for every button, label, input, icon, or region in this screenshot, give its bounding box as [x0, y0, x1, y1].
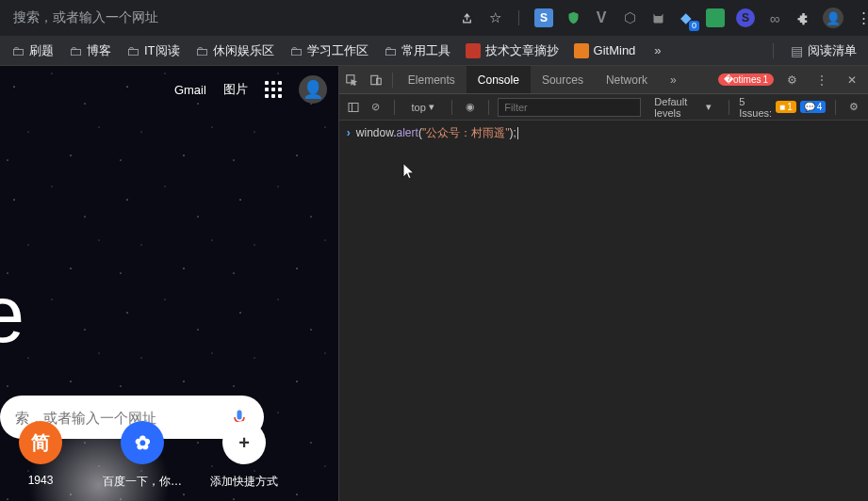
- bookmark-item[interactable]: 🗀学习工作区: [284, 40, 374, 62]
- extensions-icon[interactable]: [794, 9, 811, 26]
- more-tabs[interactable]: »: [659, 66, 688, 93]
- folder-icon: 🗀: [289, 43, 303, 58]
- context-selector[interactable]: top ▾: [403, 99, 441, 115]
- inspect-icon[interactable]: [339, 66, 364, 93]
- shortcut-tile[interactable]: +添加快捷方式: [204, 421, 285, 490]
- bookmark-item[interactable]: 🗀博客: [63, 40, 117, 62]
- folder-icon: 🗀: [126, 43, 139, 58]
- shortcut-icon: ✿: [121, 421, 164, 464]
- shortcut-icon: +: [222, 421, 266, 464]
- levels-selector[interactable]: Default levels ▾: [647, 94, 719, 121]
- address-bar[interactable]: 搜索，或者输入一个网址: [6, 6, 456, 30]
- filter-input[interactable]: [498, 98, 641, 117]
- bookmarks-overflow[interactable]: »: [648, 40, 666, 60]
- bookmark-item[interactable]: 🗀刷题: [6, 40, 59, 62]
- svg-rect-3: [349, 103, 358, 111]
- vue-icon[interactable]: V: [593, 9, 610, 26]
- bookmark-star-icon[interactable]: ☆: [486, 9, 503, 26]
- shortcut-icon: 简: [19, 421, 62, 464]
- shortcut-tile[interactable]: 简1943: [0, 421, 81, 490]
- cat-icon[interactable]: [649, 9, 666, 26]
- images-link[interactable]: 图片: [223, 81, 248, 98]
- shortcut-label: 1943: [28, 474, 54, 487]
- console-input-line[interactable]: › window.alert("公众号：村雨遥");: [339, 124, 868, 142]
- devtools-panel: ElementsConsoleSourcesNetwork » �otimes …: [338, 66, 868, 501]
- device-icon[interactable]: [364, 66, 388, 93]
- ext-icon-green[interactable]: [706, 8, 725, 27]
- bookmark-item[interactable]: GitMind: [568, 40, 642, 62]
- bookmarks-bar: 🗀刷题🗀博客🗀IT阅读🗀休闲娱乐区🗀学习工作区🗀常用工具技术文章摘抄GitMin…: [0, 36, 868, 66]
- toolbar-icons: ☆ S V ⬡ ◆0 S ∞ 👤 ⋮: [458, 8, 868, 28]
- shortcut-label: 百度一下，你…: [103, 474, 182, 490]
- prompt-icon: ›: [347, 126, 351, 139]
- favicon: [466, 43, 481, 58]
- live-expression-icon[interactable]: ◉: [462, 98, 479, 117]
- bookmark-item[interactable]: 🗀休闲娱乐区: [189, 40, 280, 62]
- favicon: [574, 43, 589, 58]
- console-settings-icon[interactable]: ⚙: [845, 98, 862, 117]
- sidebar-toggle-icon[interactable]: [345, 98, 362, 117]
- shortcut-label: 添加快捷方式: [210, 474, 278, 490]
- devtools-settings-icon[interactable]: ⚙: [779, 73, 804, 87]
- browser-menu-icon[interactable]: ⋮: [855, 9, 868, 26]
- error-badge[interactable]: �otimes 1: [718, 73, 774, 86]
- devtools-tab-network[interactable]: Network: [595, 66, 659, 93]
- devtools-menu-icon[interactable]: ⋮: [810, 73, 834, 87]
- devtools-tab-console[interactable]: Console: [467, 66, 531, 93]
- shortcuts-row: 简1943✿百度一下，你…+添加快捷方式: [0, 421, 285, 490]
- devtools-tab-elements[interactable]: Elements: [397, 66, 467, 93]
- gmail-link[interactable]: Gmail: [174, 83, 206, 97]
- bookmark-item[interactable]: 🗀IT阅读: [121, 40, 186, 62]
- reading-list-button[interactable]: ▤ 阅读清单: [785, 40, 862, 62]
- share-icon[interactable]: [458, 9, 475, 26]
- console-body[interactable]: › window.alert("公众号：村雨遥");: [339, 121, 868, 501]
- folder-icon: 🗀: [69, 43, 82, 58]
- devtools-tab-bar: ElementsConsoleSourcesNetwork » �otimes …: [339, 66, 868, 94]
- google-avatar[interactable]: 👤: [299, 75, 327, 104]
- shortcut-tile[interactable]: ✿百度一下，你…: [102, 421, 183, 490]
- google-logo: oogle: [0, 268, 22, 361]
- folder-icon: 🗀: [11, 43, 25, 58]
- clear-console-icon[interactable]: ⊘: [368, 98, 385, 117]
- console-code: window.alert("公众号：村雨遥");: [356, 125, 518, 141]
- browser-top-bar: 搜索，或者输入一个网址 ☆ S V ⬡ ◆0 S ∞ 👤 ⋮: [0, 0, 868, 36]
- console-toolbar: ⊘ top ▾ ◉ Default levels ▾ 5 Issues: ■ 1…: [339, 94, 868, 121]
- ext-icon-s[interactable]: S: [736, 8, 755, 27]
- folder-icon: 🗀: [384, 43, 397, 58]
- bookmark-item[interactable]: 技术文章摘抄: [460, 40, 565, 62]
- profile-avatar[interactable]: 👤: [823, 8, 843, 28]
- shield-icon[interactable]: [565, 9, 581, 26]
- ext-icon-infinity[interactable]: ∞: [766, 9, 783, 26]
- ext-badge-icon[interactable]: ◆0: [678, 9, 695, 26]
- folder-icon: 🗀: [195, 43, 208, 58]
- google-page: Gmail 图片 👤 oogle 简1943✿百度一下，你…+添加快捷方式: [0, 66, 338, 501]
- ext-icon-1[interactable]: S: [534, 8, 553, 27]
- page-header-links: Gmail 图片 👤: [174, 75, 327, 104]
- devtools-close-icon[interactable]: ✕: [840, 73, 864, 87]
- content-area: Gmail 图片 👤 oogle 简1943✿百度一下，你…+添加快捷方式 El…: [0, 66, 868, 501]
- bookmark-item[interactable]: 🗀常用工具: [378, 40, 456, 62]
- apps-grid-icon[interactable]: [265, 81, 282, 98]
- mouse-cursor-icon: [402, 163, 417, 182]
- issues-indicator[interactable]: 5 Issues: ■ 1 💬 4: [739, 96, 826, 119]
- hex-icon[interactable]: ⬡: [621, 9, 638, 26]
- list-icon: ▤: [791, 43, 803, 58]
- devtools-tab-sources[interactable]: Sources: [531, 66, 595, 93]
